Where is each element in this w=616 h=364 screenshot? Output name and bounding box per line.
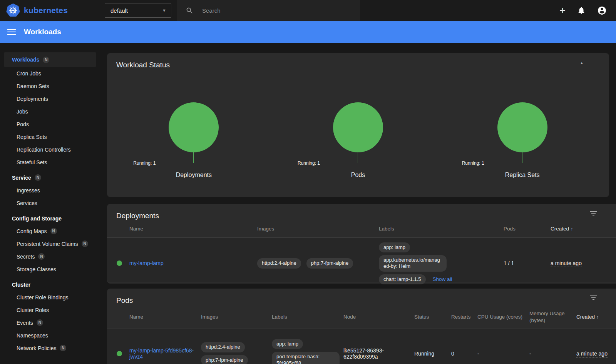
deployments-title: Deployments [107,204,616,222]
label-chip: php:7-fpm-alpine [306,258,353,268]
column-header-created[interactable]: Created↑ [576,314,616,321]
column-header-memory-usage-bytes[interactable]: Memory Usage (bytes) [529,310,576,324]
chevron-down-icon: ▼ [162,8,166,13]
collapse-card-icon[interactable]: ▲ [578,59,585,67]
leader-line [157,152,194,163]
sidebar-item-label: Pods [17,121,29,127]
sidebar-item-label: Jobs [17,109,28,115]
sidebar-item-network-policies[interactable]: Network PoliciesN [4,342,96,354]
namespace-selector[interactable]: default ▼ [105,3,171,18]
sidebar-item-label: Storage Classes [17,266,56,272]
search-input[interactable] [202,7,341,14]
column-header-labels[interactable]: Labels [379,225,504,232]
account-icon[interactable] [597,6,607,15]
column-header-labels[interactable]: Labels [272,314,343,321]
name-cell: my-lamp-lamp [129,260,257,266]
status-ok-icon [117,351,122,356]
sidebar-item-services[interactable]: Services [4,197,96,209]
sidebar-item-config-maps[interactable]: Config MapsN [4,225,96,237]
sidebar-item-label: Persistent Volume Claims [17,241,78,247]
workload-status-card: Workload Status ▲ Running: 1DeploymentsR… [107,53,609,197]
column-header-node[interactable]: Node [343,314,414,321]
sidebar-item-label: Services [17,200,37,206]
sidebar-item-cluster: Cluster [4,278,96,291]
column-header-images[interactable]: Images [201,314,272,321]
new-badge: N [38,253,45,260]
sidebar-item-stateful-sets[interactable]: Stateful Sets [4,156,96,169]
label-chip: app: lamp [379,242,410,252]
leader-line [486,152,522,163]
sidebar-item-label: Service [12,175,31,181]
chart-annotation: Running: 1 [133,160,156,166]
sidebar-item-label: Stateful Sets [17,159,47,165]
resource-link[interactable]: my-lamp-lamp-5fd985cf68-jwvz4 [129,347,196,360]
chart-label: Replica Sets [505,172,540,179]
memory-usage-cell: - [529,351,576,357]
label-chip: app.kubernetes.io/managed-by: Helm [379,255,447,272]
pods-table-row[interactable]: my-lamp-lamp-5fd985cf68-jwvz4httpd:2.4-a… [107,329,616,364]
sidebar-item-cluster-roles[interactable]: Cluster Roles [4,304,96,316]
sidebar-item-ingresses[interactable]: Ingresses [4,184,96,197]
sidebar-item-storage-classes[interactable]: Storage Classes [4,263,96,276]
sidebar-item-jobs[interactable]: Jobs [4,105,96,118]
label-chip: app: lamp [272,339,303,349]
sidebar-item-pods[interactable]: Pods [4,118,96,130]
sidebar-item-events[interactable]: EventsN [4,316,96,329]
sidebar-item-label: Workloads [12,57,39,63]
label-chip: pod-template-hash: 5fd985cf68 [272,352,340,364]
column-header-name[interactable]: Name [129,225,257,232]
relative-time: a minute ago [551,260,582,267]
sort-ascending-icon: ↑ [571,226,573,232]
chart-annotation: Running: 1 [462,160,484,166]
node-cell: lke55127-86393-622f8d09399a [343,347,414,360]
column-header-status[interactable]: Status [414,314,451,321]
column-header-created[interactable]: Created↑ [551,225,616,232]
brand[interactable]: kubernetes [0,3,105,17]
deployments-table-header: NameImagesLabelsPodsCreated↑ [107,222,616,238]
create-resource-button[interactable]: + [559,5,566,16]
app-bar: Workloads [0,21,616,43]
workload-chart-pods: Running: 1Pods [276,102,440,179]
sidebar-item-namespaces[interactable]: Namespaces [4,329,96,342]
sidebar-item-cron-jobs[interactable]: Cron Jobs [4,67,96,80]
sidebar-item-replication-controllers[interactable]: Replication Controllers [4,143,96,156]
resource-link[interactable]: my-lamp-lamp [129,260,164,266]
cpu-usage-cell: - [477,351,529,357]
page-title: Workloads [24,28,61,36]
column-header-images[interactable]: Images [257,225,379,232]
column-header-restarts[interactable]: Restarts [451,314,477,321]
filter-icon[interactable] [590,211,597,217]
filter-icon[interactable] [590,296,597,301]
images-cell: httpd:2.4-alpinephp:7-fpm-alpine [201,342,272,364]
namespace-value: default [110,7,128,14]
chart-leader: Running: 1 [276,152,440,163]
search-bar[interactable] [177,0,360,21]
menu-icon[interactable] [7,27,16,37]
label-chip: chart: lamp-1.1.5 [379,274,426,284]
top-bar: kubernetes default ▼ + [0,0,616,21]
sidebar-item-deployments[interactable]: Deployments [4,92,96,105]
sidebar-item-replica-sets[interactable]: Replica Sets [4,130,96,143]
status-dot-cell [107,260,129,266]
sidebar-item-cluster-role-bindings[interactable]: Cluster Role Bindings [4,291,96,304]
sidebar-item-secrets[interactable]: SecretsN [4,250,96,263]
workload-status-charts: Running: 1DeploymentsRunning: 1PodsRunni… [107,102,609,179]
sidebar-item-label: Config Maps [17,228,47,234]
sidebar-item-label: Replication Controllers [17,147,71,153]
sidebar-item-service: ServiceN [4,171,96,184]
main-content: Workload Status ▲ Running: 1DeploymentsR… [100,43,616,364]
workload-chart-deployments: Running: 1Deployments [112,102,276,179]
sidebar-item-workloads[interactable]: WorkloadsN [4,52,96,67]
label-chip: httpd:2.4-alpine [257,258,301,268]
pie-chart [333,102,383,152]
deployments-table-row[interactable]: my-lamp-lamphttpd:2.4-alpinephp:7-fpm-al… [107,238,616,282]
notifications-icon[interactable] [577,6,586,15]
sidebar-item-label: Namespaces [17,332,48,339]
column-header-cpu-usage-cores[interactable]: CPU Usage (cores) [477,314,529,321]
column-header-pods[interactable]: Pods [504,225,551,232]
sidebar-item-persistent-volume-claims[interactable]: Persistent Volume ClaimsN [4,237,96,250]
column-header-name[interactable]: Name [129,314,201,321]
labels-last-line: chart: lamp-1.1.5Show all [379,274,452,284]
sidebar-item-daemon-sets[interactable]: Daemon Sets [4,80,96,92]
show-all-link[interactable]: Show all [433,276,452,282]
